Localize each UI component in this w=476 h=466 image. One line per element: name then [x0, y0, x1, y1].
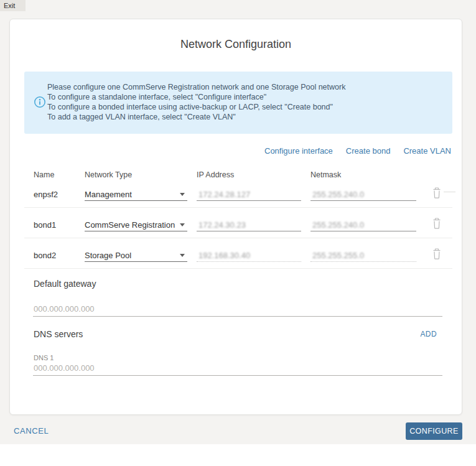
network-configuration-page: Exit Network Configuration Please config…	[0, 0, 476, 466]
netmask-field[interactable]: 255.255.240.0	[310, 217, 416, 231]
netmask-value: 255.255.240.0	[312, 190, 364, 199]
ip-address-field[interactable]: 172.24.30.23	[197, 217, 301, 231]
column-header-name: Name	[34, 170, 54, 179]
table-row: enpsf2 Management 172.24.28.127 255.255.…	[10, 186, 463, 207]
interface-name: bond1	[34, 220, 56, 230]
create-bond-link[interactable]: Create bond	[346, 146, 391, 156]
create-vlan-link[interactable]: Create VLAN	[403, 146, 451, 156]
info-line-2: To configure a standalone interface, sel…	[47, 92, 444, 102]
netmask-value: 255.255.240.0	[312, 220, 364, 230]
network-type-value: Management	[85, 190, 132, 199]
chevron-down-icon	[180, 223, 185, 226]
ip-address-value: 172.24.30.23	[198, 220, 246, 230]
table-row: bond2 Storage Pool 192.168.30.40 255.255…	[10, 247, 463, 268]
column-header-netmask: Netmask	[310, 170, 341, 179]
row-divider	[24, 238, 452, 238]
column-header-ip-address: IP Address	[197, 170, 234, 179]
configure-button[interactable]: CONFIGURE	[406, 422, 462, 440]
network-type-select[interactable]: Storage Pool	[85, 248, 187, 262]
default-gateway-input[interactable]	[33, 299, 442, 317]
row-divider	[24, 207, 452, 208]
table-row: bond1 CommServe Registration 172.24.30.2…	[10, 217, 463, 238]
network-type-select[interactable]: Management	[85, 187, 187, 201]
page-title: Network Configuration	[10, 38, 462, 51]
dns-servers-label: DNS servers	[34, 329, 83, 339]
configure-interface-link[interactable]: Configure interface	[264, 146, 333, 156]
column-header-network-type: Network Type	[85, 170, 132, 179]
add-dns-button[interactable]: ADD	[420, 330, 437, 338]
dns1-input[interactable]	[33, 361, 442, 376]
delete-row-icon[interactable]	[432, 248, 442, 260]
exit-button[interactable]: Exit	[0, 0, 26, 11]
info-banner: Please configure one CommServe Registrat…	[24, 72, 452, 134]
ip-address-value: 192.168.30.40	[198, 251, 250, 260]
netmask-field[interactable]: 255.255.240.0	[310, 187, 416, 201]
info-line-1: Please configure one CommServe Registrat…	[47, 82, 444, 92]
interface-name: enpsf2	[34, 190, 58, 199]
netmask-value: 255.255.255.0	[312, 251, 364, 260]
row-decoration-line	[444, 192, 455, 192]
network-type-value: CommServe Registration	[85, 220, 175, 230]
delete-row-icon[interactable]	[432, 187, 442, 199]
network-type-select[interactable]: CommServe Registration	[85, 217, 187, 231]
info-line-4: To add a tagged VLAN interface, select "…	[47, 112, 444, 122]
info-text: Please configure one CommServe Registrat…	[47, 82, 444, 122]
cancel-button[interactable]: CANCEL	[14, 426, 49, 436]
ip-address-field[interactable]: 192.168.30.40	[197, 248, 301, 262]
chevron-down-icon	[180, 193, 185, 196]
row-divider	[24, 268, 452, 269]
interface-name: bond2	[34, 251, 56, 260]
table-actions: Configure interface Create bond Create V…	[264, 146, 451, 156]
info-icon	[34, 96, 46, 108]
ip-address-value: 172.24.28.127	[198, 190, 250, 199]
default-gateway-label: Default gateway	[34, 279, 96, 289]
chevron-down-icon	[180, 254, 185, 257]
network-configuration-dialog: Network Configuration Please configure o…	[9, 19, 462, 415]
delete-row-icon[interactable]	[432, 218, 442, 230]
ip-address-field[interactable]: 172.24.28.127	[197, 187, 301, 201]
network-type-value: Storage Pool	[85, 251, 131, 260]
netmask-field[interactable]: 255.255.255.0	[310, 248, 416, 262]
info-line-3: To configure a bonded interface using ac…	[47, 102, 444, 112]
